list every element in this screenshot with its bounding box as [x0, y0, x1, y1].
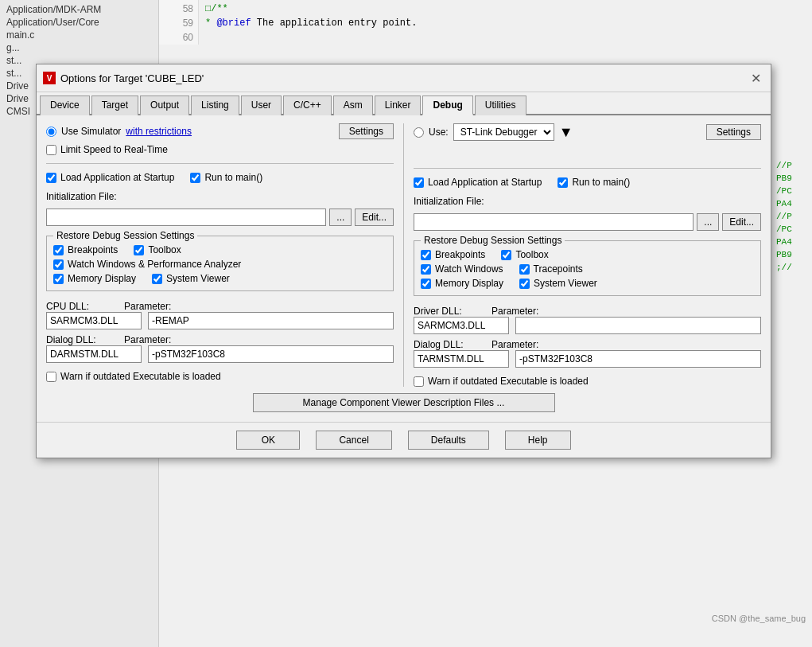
- left-watch-row: Watch Windows & Performance Analyzer: [53, 259, 387, 270]
- right-warn-row: Warn if outdated Executable is loaded: [414, 376, 761, 387]
- dropdown-arrow-icon[interactable]: ▼: [559, 125, 573, 139]
- right-settings-button[interactable]: Settings: [706, 124, 761, 140]
- help-button[interactable]: Help: [505, 431, 571, 450]
- right-divider-1: [414, 168, 761, 169]
- tab-cpp[interactable]: C/C++: [283, 95, 332, 115]
- left-restore-content: Breakpoints Toolbox Watch Windows & Perf…: [53, 244, 387, 284]
- tab-user[interactable]: User: [241, 95, 282, 115]
- manage-component-viewer-button[interactable]: Manage Component Viewer Description File…: [253, 393, 555, 412]
- right-restore-group: Restore Debug Session Settings Breakpoin…: [414, 240, 761, 296]
- cancel-button[interactable]: Cancel: [316, 431, 391, 450]
- tab-target[interactable]: Target: [91, 95, 138, 115]
- right-driver-param-input[interactable]: [515, 317, 761, 334]
- left-load-app-checkbox[interactable]: [46, 173, 56, 183]
- right-init-file-row: ... Edit...: [414, 213, 761, 231]
- right-memory-display-checkbox[interactable]: [421, 279, 431, 289]
- code-comment-star: *: [205, 18, 216, 29]
- left-settings-button[interactable]: Settings: [339, 123, 394, 139]
- right-browse-button[interactable]: ...: [697, 213, 719, 231]
- left-dialog-dll-input[interactable]: [46, 345, 142, 363]
- left-run-main-checkbox[interactable]: [190, 173, 200, 183]
- left-dialog-dll-label: Dialog DLL:: [46, 334, 118, 345]
- dialog-tabs: Device Target Output Listing User C/C++ …: [37, 92, 771, 115]
- left-cpu-dll-input[interactable]: [46, 312, 142, 329]
- right-dialog-param-input[interactable]: [515, 350, 761, 368]
- tab-output[interactable]: Output: [140, 95, 189, 115]
- left-memory-display-checkbox[interactable]: [53, 274, 64, 284]
- left-system-viewer-checkbox[interactable]: [152, 274, 162, 284]
- left-init-file-input[interactable]: [46, 209, 326, 226]
- right-init-file-input[interactable]: [414, 213, 694, 231]
- left-breakpoints-label: Breakpoints: [68, 244, 118, 255]
- right-memory-display-label: Memory Display: [435, 278, 503, 289]
- right-breakpoints-checkbox[interactable]: [421, 250, 431, 260]
- dialog-body: Use Simulator with restrictions Settings…: [37, 115, 771, 422]
- sidebar-item-2: Application/User/Core: [3, 16, 155, 29]
- left-toolbox-checkbox[interactable]: [134, 245, 144, 255]
- sidebar-item-4: g...: [3, 41, 155, 54]
- tab-asm[interactable]: Asm: [333, 95, 373, 115]
- left-memory-display-label: Memory Display: [68, 273, 136, 284]
- left-warn-checkbox[interactable]: [46, 372, 56, 382]
- left-run-main-row: Run to main(): [190, 172, 262, 183]
- left-system-viewer-label: System Viewer: [166, 273, 230, 284]
- right-load-row: Load Application at Startup Run to main(…: [414, 177, 761, 188]
- tab-debug[interactable]: Debug: [422, 95, 472, 115]
- right-load-app-checkbox[interactable]: [414, 177, 424, 188]
- right-toolbox-row: Toolbox: [501, 249, 548, 260]
- right-restore-content: Breakpoints Toolbox Watch Windows: [421, 249, 754, 289]
- use-external-radio[interactable]: [414, 127, 424, 138]
- tab-device[interactable]: Device: [40, 95, 90, 115]
- line-numbers: 58 59 60: [159, 0, 199, 45]
- left-cpu-param-input[interactable]: [148, 312, 394, 329]
- right-restore-row3: Memory Display System Viewer: [421, 278, 754, 289]
- use-simulator-radio[interactable]: [46, 127, 56, 137]
- simulator-restrictions-link[interactable]: with restrictions: [126, 126, 192, 137]
- left-init-file-row: ... Edit...: [46, 209, 394, 226]
- left-restore-row3: Memory Display System Viewer: [53, 273, 387, 284]
- right-driver-dll-input[interactable]: [414, 317, 509, 334]
- right-line-1: //P: [776, 159, 812, 172]
- ok-button[interactable]: OK: [236, 431, 300, 450]
- right-edit-button[interactable]: Edit...: [722, 213, 761, 231]
- limit-speed-checkbox[interactable]: [46, 145, 56, 155]
- tab-listing[interactable]: Listing: [191, 95, 239, 115]
- right-system-viewer-label: System Viewer: [534, 278, 597, 289]
- right-dialog-dll-input[interactable]: [414, 350, 509, 368]
- right-breakpoints-row: Breakpoints: [421, 249, 485, 260]
- csdn-watermark: CSDN @the_same_bug: [712, 614, 806, 623]
- tab-linker[interactable]: Linker: [375, 95, 422, 115]
- left-browse-button[interactable]: ...: [329, 209, 352, 226]
- right-tracepoints-checkbox[interactable]: [519, 264, 530, 275]
- right-line-4: PA4: [776, 197, 812, 210]
- right-dialog-param-label: Parameter:: [491, 339, 538, 350]
- right-watch-windows-checkbox[interactable]: [421, 264, 431, 275]
- sidebar-item-3: main.c: [3, 29, 155, 41]
- left-watch-windows-checkbox[interactable]: [53, 259, 64, 270]
- close-button[interactable]: ✕: [747, 69, 764, 87]
- right-dialog-dll-label: Dialog DLL:: [414, 339, 485, 350]
- right-warn-checkbox[interactable]: [414, 376, 424, 387]
- left-edit-button[interactable]: Edit...: [355, 209, 394, 226]
- right-toolbox-checkbox[interactable]: [501, 250, 511, 260]
- right-init-label: Initialization File:: [414, 196, 761, 207]
- dialog-titlebar: V Options for Target 'CUBE_LED' ✕: [37, 64, 771, 92]
- left-breakpoints-checkbox[interactable]: [53, 245, 64, 255]
- left-watch-windows-label: Watch Windows & Performance Analyzer: [68, 259, 241, 270]
- debugger-dropdown[interactable]: ST-Link Debugger: [453, 123, 554, 141]
- right-tracepoints-label: Tracepoints: [534, 263, 583, 275]
- left-dialog-param-input[interactable]: [148, 345, 394, 363]
- left-cpu-dll-label: CPU DLL:: [46, 301, 118, 312]
- left-init-label: Initialization File:: [46, 191, 394, 202]
- right-run-main-checkbox[interactable]: [558, 177, 568, 188]
- defaults-button[interactable]: Defaults: [408, 431, 489, 450]
- right-driver-dll-label: Driver DLL:: [414, 306, 485, 317]
- sidebar-item-1: Application/MDK-ARM: [3, 3, 155, 16]
- left-toolbox-label: Toolbox: [148, 244, 181, 255]
- right-sysviewer-row: System Viewer: [519, 278, 597, 289]
- right-annotations: //P PB9 /PC PA4 //P /PC PA4 PB9 ;//: [776, 159, 812, 274]
- left-load-app-label: Load Application at Startup: [60, 172, 174, 183]
- limit-speed-row: Limit Speed to Real-Time: [46, 144, 394, 155]
- tab-utilities[interactable]: Utilities: [475, 95, 526, 115]
- right-system-viewer-checkbox[interactable]: [519, 279, 530, 289]
